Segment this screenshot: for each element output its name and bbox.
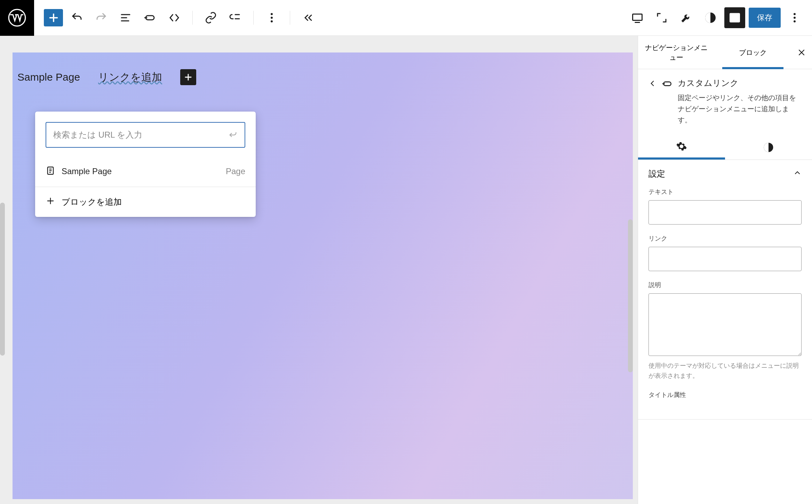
link-field-input[interactable]	[648, 247, 802, 271]
block-desc: 固定ページやリンク、その他の項目をナビゲーションメニューに追加します。	[678, 92, 802, 125]
back-icon[interactable]	[648, 79, 657, 89]
redo-button[interactable]	[91, 7, 112, 28]
desc-field-label: 説明	[648, 281, 802, 289]
svg-point-18	[794, 17, 796, 19]
tools-button[interactable]	[676, 7, 696, 28]
toolbar-divider	[290, 11, 290, 25]
desc-field-help: 使用中のテーマが対応している場合はメニューに説明が表示されます。	[648, 361, 802, 381]
nav-add-block-button[interactable]	[180, 69, 196, 85]
title-attr-label: タイトル属性	[648, 391, 802, 399]
svg-point-9	[271, 13, 273, 15]
block-title: カスタムリンク	[678, 78, 802, 89]
settings-panel: 設定 テキスト リンク 説明 使用中のテーマが対応している場合はメニューに説明	[638, 160, 812, 420]
desktop-view-button[interactable]	[627, 7, 648, 28]
suggestion-type: Page	[226, 166, 245, 176]
block-options-button[interactable]	[261, 7, 282, 28]
link-suggestion-item[interactable]: Sample Page Page	[35, 158, 256, 187]
toolbar-divider	[253, 11, 254, 25]
collapse-toolbar-button[interactable]	[298, 7, 319, 28]
link-button[interactable]	[200, 7, 221, 28]
link-popover: Sample Page Page ブロックを追加	[35, 112, 256, 217]
wp-logo[interactable]	[0, 0, 34, 36]
link-add-block-button[interactable]: ブロックを追加	[35, 187, 256, 217]
submit-link-icon[interactable]	[228, 129, 238, 140]
undo-button[interactable]	[66, 7, 87, 28]
close-sidebar-button[interactable]	[791, 36, 812, 69]
scrollbar[interactable]	[0, 203, 5, 356]
svg-point-17	[794, 13, 796, 15]
list-view-button[interactable]	[115, 7, 136, 28]
save-button[interactable]: 保存	[749, 8, 781, 28]
tab-block[interactable]: ブロック	[715, 36, 791, 69]
more-options-button[interactable]	[784, 7, 805, 28]
editor-canvas[interactable]: Sample Page リンクを追加	[13, 52, 633, 499]
settings-panel-header[interactable]: 設定	[638, 160, 812, 188]
suggestion-title: Sample Page	[62, 166, 220, 176]
block-sub-tabs	[638, 135, 812, 160]
settings-sidebar-button[interactable]	[724, 7, 745, 28]
top-toolbar: 保存	[0, 0, 812, 36]
sub-tab-settings[interactable]	[638, 135, 725, 160]
link-search-input[interactable]	[53, 130, 228, 140]
add-block-button[interactable]	[44, 9, 63, 26]
block-header: カスタムリンク 固定ページやリンク、その他の項目をナビゲーションメニューに追加し…	[638, 69, 812, 135]
plus-icon	[46, 196, 55, 208]
custom-link-icon	[662, 78, 673, 91]
settings-sidebar: ナビゲーションメニュー ブロック カスタムリンク 固定ページやリンク、その他の項…	[638, 36, 812, 504]
page-icon	[46, 166, 55, 177]
link-search-field[interactable]	[46, 122, 245, 148]
styles-button[interactable]	[700, 7, 721, 28]
svg-point-0	[9, 9, 25, 26]
text-field-input[interactable]	[648, 200, 802, 225]
scrollbar[interactable]	[628, 219, 633, 372]
svg-rect-12	[633, 14, 642, 21]
text-field-label: テキスト	[648, 188, 802, 196]
nav-item-sample-page[interactable]: Sample Page	[17, 71, 80, 83]
toolbar-divider	[192, 11, 193, 25]
sidebar-tabs: ナビゲーションメニュー ブロック	[638, 36, 812, 69]
desc-field-input[interactable]	[648, 293, 802, 356]
custom-link-block-icon[interactable]	[140, 7, 160, 28]
move-block-button[interactable]	[164, 7, 185, 28]
fullscreen-button[interactable]	[651, 7, 672, 28]
nav-item-add-link[interactable]: リンクを追加	[98, 70, 162, 84]
submenu-button[interactable]	[225, 7, 246, 28]
navigation-block: Sample Page リンクを追加	[13, 52, 633, 85]
svg-point-10	[271, 17, 273, 19]
chevron-up-icon	[793, 169, 802, 179]
editor-canvas-area: Sample Page リンクを追加	[0, 36, 638, 504]
tab-nav-menu[interactable]: ナビゲーションメニュー	[638, 36, 715, 69]
svg-rect-15	[730, 14, 740, 22]
svg-point-11	[271, 21, 273, 23]
sub-tab-styles[interactable]	[725, 135, 812, 160]
add-block-label: ブロックを追加	[62, 196, 122, 208]
link-field-label: リンク	[648, 234, 802, 243]
svg-point-19	[794, 21, 796, 23]
